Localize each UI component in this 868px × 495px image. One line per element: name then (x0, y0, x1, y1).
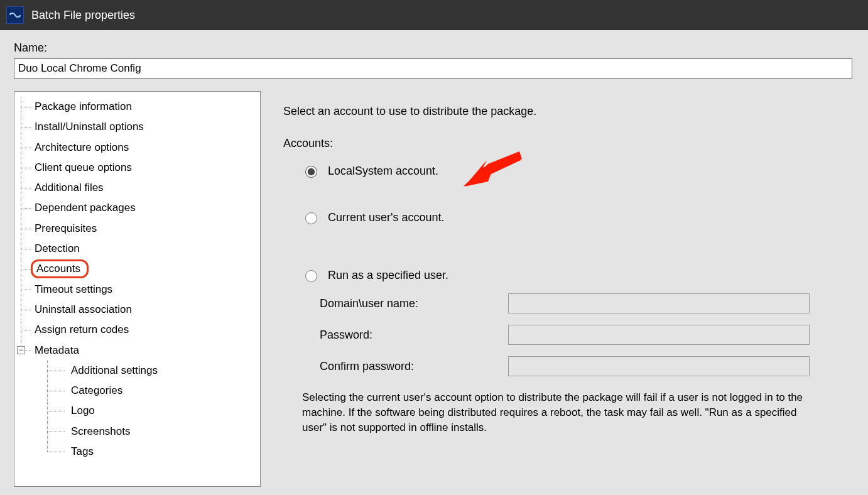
tree-item-assign-return-codes[interactable]: Assign return codes (35, 324, 129, 335)
tree-item-tags[interactable]: Tags (71, 445, 94, 457)
tree-item-categories[interactable]: Categories (71, 384, 122, 396)
radio-currentuser-row: Current user's account. (302, 210, 854, 224)
field-domain-label: Domain\user name: (320, 297, 508, 310)
tree-item-accounts[interactable]: Accounts (31, 259, 89, 278)
window-title: Batch File properties (31, 9, 135, 22)
name-label: Name: (14, 41, 854, 55)
accounts-label: Accounts: (283, 137, 854, 150)
tree-item-package-information[interactable]: Package information (35, 101, 132, 112)
name-input[interactable] (14, 58, 852, 79)
field-confirm-row: Confirm password: (320, 356, 854, 376)
cloud-loop-icon (8, 11, 22, 19)
field-password-row: Password: (320, 325, 854, 345)
tree-item-dependent-packages[interactable]: Dependent packages (35, 202, 136, 214)
field-domain-row: Domain\user name: (320, 293, 854, 313)
dialog-body: Name: Package information Install/Uninst… (0, 30, 868, 487)
radio-specified-row: Run as a specified user. (302, 268, 854, 282)
tree-item-uninstall-association[interactable]: Uninstall association (35, 303, 132, 315)
radio-localsystem[interactable] (305, 166, 317, 178)
radio-currentuser-label: Current user's account. (328, 211, 445, 224)
field-password-label: Password: (320, 329, 508, 342)
accounts-pane: Select an account to use to distribute t… (283, 91, 854, 435)
tree-item-detection[interactable]: Detection (35, 242, 80, 254)
nav-tree: Package information Install/Uninstall op… (14, 91, 261, 487)
pane-instruction: Select an account to use to distribute t… (283, 105, 854, 118)
field-confirm-label: Confirm password: (320, 360, 508, 373)
help-text: Selecting the current user's account opt… (302, 390, 823, 435)
tree-expander-metadata[interactable]: − (17, 346, 25, 354)
radio-specified[interactable] (305, 270, 317, 282)
confirm-password-input[interactable] (508, 356, 810, 376)
tree-item-additional-settings[interactable]: Additional settings (71, 364, 158, 376)
tree-item-install-uninstall-options[interactable]: Install/Uninstall options (35, 121, 144, 133)
app-icon (6, 6, 24, 24)
password-input[interactable] (508, 325, 810, 345)
tree-item-prerequisites[interactable]: Prerequisites (35, 222, 97, 234)
tree-item-screenshots[interactable]: Screenshots (71, 425, 131, 437)
radio-localsystem-label: LocalSystem account. (328, 165, 438, 178)
radio-specified-label: Run as a specified user. (328, 269, 448, 282)
tree-item-architecture-options[interactable]: Architecture options (35, 141, 129, 153)
tree-item-metadata[interactable]: Metadata (35, 344, 79, 356)
tree-item-timeout-settings[interactable]: Timeout settings (35, 283, 112, 295)
title-bar: Batch File properties (0, 0, 868, 30)
radio-currentuser[interactable] (305, 212, 317, 224)
tree-item-logo[interactable]: Logo (71, 405, 95, 416)
tree-item-client-queue-options[interactable]: Client queue options (35, 161, 132, 173)
radio-localsystem-row: LocalSystem account. (302, 164, 854, 178)
tree-item-additional-files[interactable]: Additional files (35, 182, 104, 193)
domain-user-input[interactable] (508, 293, 810, 313)
